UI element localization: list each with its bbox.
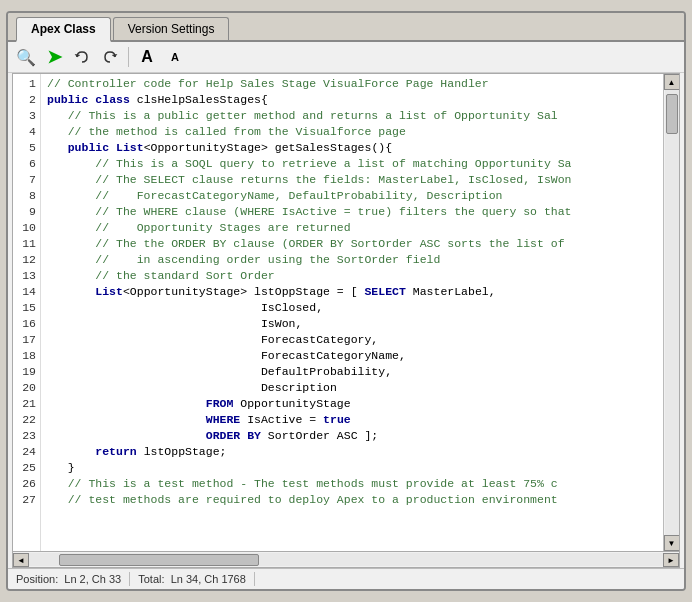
scroll-right-arrow[interactable]: ► <box>663 553 679 567</box>
font-increase-button[interactable]: A <box>135 46 159 68</box>
code-line: // the standard Sort Order <box>47 268 663 284</box>
code-line: // This is a public getter method and re… <box>47 108 663 124</box>
scroll-track-horizontal[interactable] <box>29 553 663 566</box>
scroll-down-arrow[interactable]: ▼ <box>664 535 680 551</box>
editor-container: 1234567891011121314151617181920212223242… <box>12 73 680 552</box>
code-line: public class clsHelpSalesStages{ <box>47 92 663 108</box>
line-number: 5 <box>19 140 36 156</box>
line-number: 11 <box>19 236 36 252</box>
scroll-thumb-horizontal[interactable] <box>59 554 259 566</box>
line-number: 14 <box>19 284 36 300</box>
line-number: 18 <box>19 348 36 364</box>
line-number: 24 <box>19 444 36 460</box>
horizontal-scrollbar[interactable]: ◄ ► <box>12 552 680 568</box>
code-line: // ForecastCategoryName, DefaultProbabil… <box>47 188 663 204</box>
code-line: IsClosed, <box>47 300 663 316</box>
code-line: IsWon, <box>47 316 663 332</box>
line-number: 9 <box>19 204 36 220</box>
tab-bar: Apex Class Version Settings <box>8 13 684 42</box>
code-line: // This is a SOQL query to retrieve a li… <box>47 156 663 172</box>
line-number: 6 <box>19 156 36 172</box>
vertical-scrollbar[interactable]: ▲ ▼ <box>663 74 679 551</box>
code-line: ORDER BY SortOrder ASC ]; <box>47 428 663 444</box>
status-bar: Position: Ln 2, Ch 33 Total: Ln 34, Ch 1… <box>8 568 684 589</box>
scroll-thumb-vertical[interactable] <box>666 94 678 134</box>
code-line: } <box>47 460 663 476</box>
line-number: 13 <box>19 268 36 284</box>
font-decrease-button[interactable]: A <box>163 46 187 68</box>
code-line: // The WHERE clause (WHERE IsActive = tr… <box>47 204 663 220</box>
code-line: // Controller code for Help Sales Stage … <box>47 76 663 92</box>
tab-version-settings[interactable]: Version Settings <box>113 17 230 40</box>
undo-button[interactable] <box>70 46 94 68</box>
code-line: return lstOppStage; <box>47 444 663 460</box>
line-number: 1 <box>19 76 36 92</box>
code-line: // in ascending order using the SortOrde… <box>47 252 663 268</box>
code-line: // Opportunity Stages are returned <box>47 220 663 236</box>
code-line: // test methods are required to deploy A… <box>47 492 663 508</box>
scroll-left-arrow[interactable]: ◄ <box>13 553 29 567</box>
code-line: List<OpportunityStage> lstOppStage = [ S… <box>47 284 663 300</box>
total-label: Total: Ln 34, Ch 1768 <box>130 572 255 586</box>
total-value: Ln 34, Ch 1768 <box>171 573 246 585</box>
line-number: 22 <box>19 412 36 428</box>
code-area[interactable]: // Controller code for Help Sales Stage … <box>41 74 663 551</box>
code-line: Description <box>47 380 663 396</box>
code-line: DefaultProbability, <box>47 364 663 380</box>
code-line: // This is a test method - The test meth… <box>47 476 663 492</box>
line-number: 19 <box>19 364 36 380</box>
code-line: // the method is called from the Visualf… <box>47 124 663 140</box>
tab-apex-class[interactable]: Apex Class <box>16 17 111 42</box>
position-value: Ln 2, Ch 33 <box>64 573 121 585</box>
code-line: public List<OpportunityStage> getSalesSt… <box>47 140 663 156</box>
code-line: // The the ORDER BY clause (ORDER BY Sor… <box>47 236 663 252</box>
scroll-track-vertical[interactable] <box>665 90 679 535</box>
line-number: 20 <box>19 380 36 396</box>
line-number: 3 <box>19 108 36 124</box>
line-number: 10 <box>19 220 36 236</box>
line-number: 21 <box>19 396 36 412</box>
line-number: 27 <box>19 492 36 508</box>
search-button[interactable]: 🔍 <box>14 46 38 68</box>
code-line: // The SELECT clause returns the fields:… <box>47 172 663 188</box>
line-number: 7 <box>19 172 36 188</box>
line-number: 16 <box>19 316 36 332</box>
line-number: 4 <box>19 124 36 140</box>
toolbar-divider <box>128 47 129 67</box>
position-label: Position: Ln 2, Ch 33 <box>16 572 130 586</box>
line-number: 12 <box>19 252 36 268</box>
line-number: 17 <box>19 332 36 348</box>
line-number: 23 <box>19 428 36 444</box>
toolbar: 🔍 ➤ A A <box>8 42 684 73</box>
redo-button[interactable] <box>98 46 122 68</box>
go-button[interactable]: ➤ <box>42 46 66 68</box>
line-number: 2 <box>19 92 36 108</box>
line-numbers: 1234567891011121314151617181920212223242… <box>13 74 41 551</box>
scroll-up-arrow[interactable]: ▲ <box>664 74 680 90</box>
line-number: 8 <box>19 188 36 204</box>
code-line: ForecastCategoryName, <box>47 348 663 364</box>
code-line: WHERE IsActive = true <box>47 412 663 428</box>
code-line: FROM OpportunityStage <box>47 396 663 412</box>
code-line: ForecastCategory, <box>47 332 663 348</box>
line-number: 25 <box>19 460 36 476</box>
line-number: 15 <box>19 300 36 316</box>
main-window: Apex Class Version Settings 🔍 ➤ A A 1234… <box>6 11 686 591</box>
line-number: 26 <box>19 476 36 492</box>
